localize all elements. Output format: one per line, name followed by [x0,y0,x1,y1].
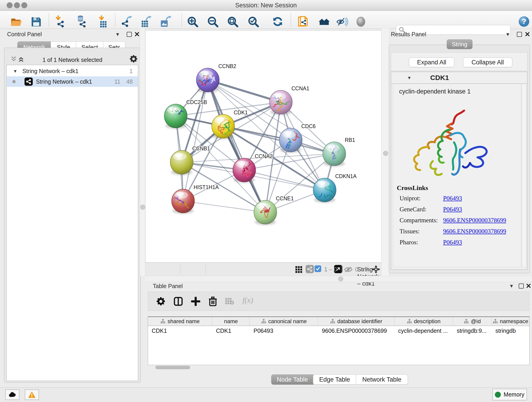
import-network-database-icon[interactable] [75,15,88,28]
cell-shared-name[interactable]: CDK1 [148,327,212,334]
network-node-hist1h1a[interactable]: HIST1H1A [172,184,219,214]
table-columns-icon[interactable] [174,297,183,306]
open-session-icon[interactable] [10,15,22,28]
results-panel-close-icon[interactable] [525,32,530,36]
results-scrollbar[interactable] [522,84,526,267]
hide-graphics-details-icon[interactable] [336,15,349,28]
cell-namespace[interactable]: stringdb [492,327,529,334]
add-column-icon[interactable] [191,297,200,306]
function-builder-icon[interactable]: f(x) [242,296,253,305]
node-label-cdc25b: CDC25B [186,99,207,105]
control-panel-float-icon[interactable]: ▼ [115,32,120,37]
show-graphics-details-icon[interactable] [355,15,367,28]
network-node-ccnb2[interactable]: CCNB2 [195,63,236,93]
left-splitter-handle[interactable] [140,205,145,210]
selected-checkbox-icon[interactable] [315,265,321,272]
network-canvas[interactable]: CCNB2CCNA1CDC25BCDK1CDC6RB1CCNB1CCNA2CDK… [145,31,381,263]
cell-canonical-name[interactable]: P06493 [250,327,318,334]
collapse-all-button[interactable]: Collapse All [463,57,512,67]
control-panel-maximize-icon[interactable] [127,32,132,37]
main-toolbar: ? [0,11,532,29]
export-network-icon[interactable] [121,15,133,28]
uniprot-link[interactable]: P06493 [443,195,462,205]
network-node-cdkn1a[interactable]: CDKN1A [310,173,357,203]
gene-section: ▼ CDK1 cyclin-dependent kinase 1 CrossLi… [391,72,527,270]
column-header-id[interactable]: @id [453,317,492,326]
export-table-icon[interactable] [140,15,153,28]
network-row-selected[interactable]: String Network – cdk1 11 48 [7,76,138,87]
genecard-link[interactable]: P06493 [443,206,462,216]
pharos-link[interactable]: P06493 [443,239,462,249]
import-table-icon[interactable] [96,15,109,28]
delete-column-icon[interactable] [208,296,218,306]
cell-database-identifier[interactable]: 9606.ENSP00000378699 [318,327,394,334]
left-splitter[interactable] [140,29,145,276]
warning-button[interactable] [25,389,39,400]
help-icon[interactable]: ? [518,15,530,28]
table-panel-close-icon[interactable] [526,283,531,288]
network-node-count: 11 [114,78,120,85]
svg-text:?: ? [522,17,526,26]
table-panel-maximize-icon[interactable] [519,283,524,288]
network-node-ccnb1[interactable]: CCNB1 [170,146,210,175]
table-scrollbar-thumb[interactable] [155,366,190,369]
tissues-link[interactable]: 9606.ENSP00000378699 [443,228,506,238]
network-collection-row[interactable]: ▼ String Network – cdk1 1 [7,66,138,76]
string-network-graph[interactable]: CCNB2CCNA1CDC25BCDK1CDC6RB1CCNB1CCNA2CDK… [146,31,381,263]
table-row[interactable]: CDK1 CDK1 P06493 9606.ENSP00000378699 cy… [148,326,529,336]
compartments-link[interactable]: 9606.ENSP00000378699 [443,217,506,227]
network-node-ccna1[interactable]: CCNA1 [266,85,309,115]
column-header-canonical-name[interactable]: canonical name [250,317,318,326]
right-splitter[interactable] [381,29,389,276]
column-header-database-identifier[interactable]: database identifier [318,317,394,326]
gene-details: cyclin-dependent kinase 1 CrossLinks Uni… [393,84,521,267]
gene-collapse-icon[interactable]: ▼ [407,76,412,80]
horizontal-splitter-handle[interactable] [338,276,343,281]
tab-string[interactable]: String [447,39,472,49]
export-image-icon[interactable] [160,15,172,28]
gene-section-header[interactable]: ▼ CDK1 [391,72,527,84]
save-session-icon[interactable] [30,15,42,28]
results-panel-float-icon[interactable]: ▼ [505,32,510,37]
collection-expand-icon[interactable]: ▼ [13,69,17,73]
tab-edge-table[interactable]: Edge Table [313,375,356,385]
table-gear-icon[interactable] [156,297,165,306]
hidden-eye-icon[interactable] [344,266,353,273]
network-options-gear-icon[interactable] [129,55,138,63]
cell-description[interactable]: cyclin-dependent ... [394,327,453,334]
delete-table-icon[interactable] [225,298,234,305]
network-view-toolbar: String Network – cdk1 1 – 0 0 – 0 [145,262,381,276]
cell-name[interactable]: CDK1 [212,327,250,334]
cell-id[interactable]: stringdb:9... [453,327,492,334]
column-header-namespace[interactable]: namespace [492,317,529,326]
control-panel-close-icon[interactable] [135,32,139,36]
node-label-ccne1: CCNE1 [276,196,294,201]
table-horizontal-scrollbar[interactable] [148,366,530,370]
memory-button[interactable]: Memory [492,389,527,400]
network-share-icon[interactable] [306,265,314,273]
zoom-in-icon[interactable] [186,15,199,28]
expand-all-button[interactable]: Expand All [409,57,454,67]
share-document-icon[interactable] [298,15,310,28]
tab-node-table[interactable]: Node Table [271,375,313,385]
birds-eye-view-icon[interactable] [372,265,380,274]
zoom-selected-icon[interactable] [247,15,259,28]
column-header-shared-name[interactable]: shared name [148,317,212,326]
cloud-button[interactable] [5,389,19,400]
column-header-description[interactable]: description [394,317,453,326]
table-panel-float-icon[interactable]: ▼ [509,283,514,288]
network-node-rb1[interactable]: RB1 [323,137,355,167]
network-node-cdk1[interactable]: CDK1 [212,109,248,139]
horizontal-splitter[interactable] [145,276,532,282]
refresh-icon[interactable] [272,15,284,28]
grid-view-icon[interactable] [295,266,302,273]
zoom-out-icon[interactable] [206,15,219,28]
multiple-homes-icon[interactable] [317,15,330,28]
right-splitter-handle[interactable] [383,151,388,156]
zoom-fit-icon[interactable] [226,15,239,28]
network-selection-status: 1 of 1 Network selected [4,57,140,63]
column-header-name[interactable]: name [212,317,250,326]
import-network-file-icon[interactable] [53,15,66,28]
tab-network-table[interactable]: Network Table [356,375,408,385]
results-panel-maximize-icon[interactable] [517,32,522,37]
